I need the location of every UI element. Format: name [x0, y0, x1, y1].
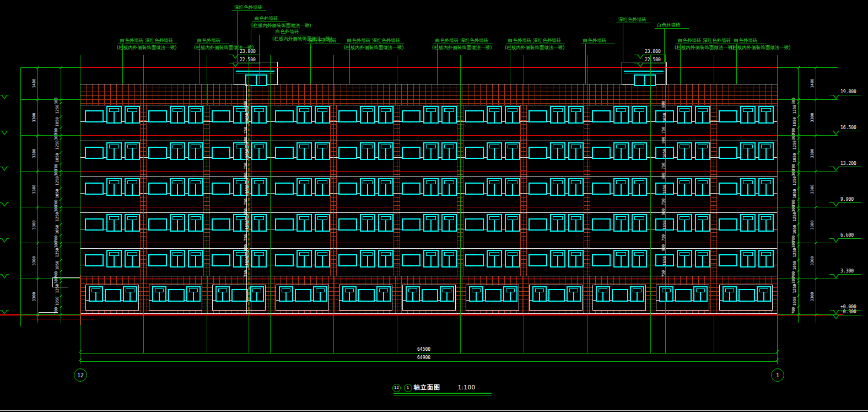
window-transom	[508, 180, 517, 184]
window-door-unit	[251, 142, 267, 160]
left-dim-chain-totals-total: 3300	[32, 184, 36, 194]
window-unit	[275, 110, 294, 122]
window-unit	[402, 110, 420, 122]
left-margin-marker-tri	[1, 238, 8, 243]
window-door-unit	[632, 214, 647, 232]
window-mullion	[95, 292, 96, 301]
left-dim-chain-inner-subvalue: 1250	[55, 141, 60, 150]
grid-joint	[249, 55, 249, 353]
window-mullion	[430, 220, 432, 231]
window-transom	[634, 108, 644, 112]
left-dim-chain-inner-subvalue: 1250	[55, 176, 60, 186]
window-door-unit	[296, 250, 312, 267]
window-transom	[172, 145, 182, 148]
joint-chain-value: 750	[661, 127, 666, 134]
material-label: 深红色外墙砖	[618, 17, 646, 22]
window-door-unit	[632, 250, 647, 267]
window-transom	[680, 145, 689, 148]
bottom-dim-line-inner	[80, 353, 777, 354]
window-door-unit	[170, 250, 185, 267]
ground-door-unit	[659, 286, 673, 302]
window-transom	[236, 145, 246, 148]
material-label-underline	[306, 44, 341, 44]
bottom-ext-left	[80, 314, 80, 364]
window-door-unit	[505, 178, 520, 196]
ground-window-unit	[485, 289, 502, 302]
window-mullion	[367, 148, 368, 159]
window-transom	[381, 145, 391, 148]
window-mullion	[557, 148, 558, 159]
joint-chain-value: 900	[244, 244, 248, 252]
drawing-title: 12–1 轴立面图 1:100	[392, 383, 475, 392]
window-transom	[743, 108, 753, 112]
left-dim-chain-inner-subvalue: 300	[54, 205, 58, 212]
left-margin-marker-tri	[1, 310, 8, 314]
window-transom	[743, 145, 753, 148]
window-mullion	[639, 184, 640, 195]
window-transom	[172, 252, 182, 256]
left-dim-chain-inner-subvalue: 300	[54, 98, 58, 105]
window-unit	[529, 218, 547, 231]
window-transom	[571, 180, 581, 184]
window-mullion	[114, 256, 115, 266]
left-dim-chain-inner-subvalue: 1050	[55, 189, 60, 198]
window-mullion	[177, 220, 178, 231]
material-label-underline	[252, 22, 287, 22]
grid-line	[80, 55, 80, 353]
right-dim-chain-inner-subvalue: 1250	[792, 141, 797, 150]
window-mullion	[430, 256, 432, 266]
window-mullion	[557, 256, 558, 266]
window-mullion	[702, 112, 703, 122]
material-label: 白色外墙砖	[255, 15, 278, 21]
material-label-underline	[118, 44, 177, 44]
window-transom	[489, 145, 499, 148]
window-door-unit	[505, 142, 520, 160]
window-unit	[338, 254, 357, 266]
window-door-unit	[360, 142, 375, 160]
expansion-joint-line	[251, 84, 251, 313]
window-transom	[725, 288, 734, 292]
bottom-dim-line-outer	[80, 361, 777, 362]
window-transom	[444, 108, 454, 112]
window-transom	[172, 108, 182, 112]
window-door-unit	[441, 106, 457, 124]
elevation-marker-value: 3.300	[840, 269, 854, 274]
window-door-unit	[251, 214, 267, 232]
window-mullion	[367, 256, 368, 266]
ground-door-unit	[406, 286, 420, 302]
ground-window-unit	[738, 289, 755, 302]
right-level-tick	[777, 99, 838, 100]
window-transom	[254, 180, 264, 184]
window-transom	[444, 252, 454, 256]
window-door-unit	[550, 178, 565, 196]
joint-chain-value: 1650	[245, 220, 249, 229]
window-mullion	[240, 220, 241, 231]
window-door-unit	[568, 142, 584, 160]
material-label-leader	[122, 44, 123, 84]
window-unit	[338, 110, 357, 122]
window-transom	[252, 288, 261, 292]
material-label-leader	[437, 44, 438, 84]
window-mullion	[765, 184, 767, 195]
ground-door-unit	[503, 286, 517, 302]
window-door-unit	[315, 106, 330, 124]
window-transom	[553, 216, 563, 220]
window-door-unit	[315, 214, 330, 232]
window-transom	[109, 252, 119, 256]
title-underline-thick	[393, 393, 492, 394]
window-mullion	[446, 292, 448, 301]
window-transom	[426, 145, 436, 148]
material-label-underline	[581, 44, 615, 44]
left-level-tick	[20, 279, 80, 279]
left-dim-chain-totals-total: 3300	[32, 148, 36, 158]
window-mullion	[114, 148, 115, 159]
window-unit	[465, 254, 484, 266]
window-door-unit	[487, 106, 502, 124]
window-transom	[299, 180, 309, 184]
window-mullion	[385, 184, 386, 195]
window-transom	[299, 145, 309, 148]
right-dim-chain-inner-subvalue: 1250	[792, 248, 797, 258]
window-mullion	[130, 292, 131, 301]
window-mullion	[412, 292, 413, 301]
material-label-note: (栏板内外侧装饰面做法一致)	[505, 45, 565, 50]
